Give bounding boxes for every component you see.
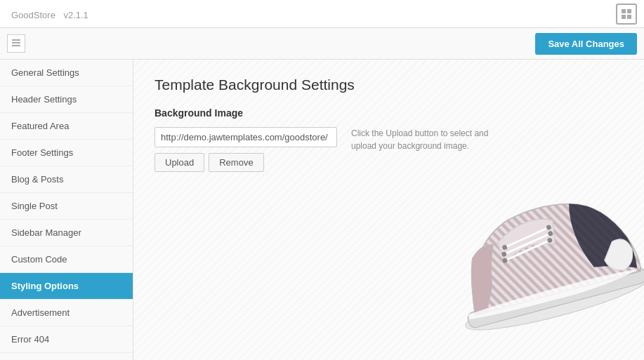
- sidebar-item-featured-area[interactable]: Featured Area: [0, 113, 133, 140]
- sidebar-item-header-settings[interactable]: Header Settings: [0, 86, 133, 113]
- bg-url-input[interactable]: [155, 127, 337, 147]
- svg-rect-1: [627, 9, 631, 13]
- sidebar-item-sidebar-manager[interactable]: Sidebar Manager: [0, 220, 133, 246]
- sidebar-item-footer-settings[interactable]: Footer Settings: [0, 140, 133, 166]
- svg-rect-2: [622, 15, 626, 19]
- page-title: Template Background Settings: [155, 76, 623, 93]
- content-area: Template Background Settings Background …: [133, 60, 644, 189]
- btn-row: Upload Remove: [155, 153, 337, 172]
- sidebar-item-custom-code[interactable]: Custom Code: [0, 246, 133, 273]
- main-layout: General Settings Header Settings Feature…: [0, 60, 644, 360]
- collapse-icon[interactable]: [7, 34, 25, 53]
- main-content: Template Background Settings Background …: [133, 60, 644, 360]
- svg-rect-3: [627, 15, 631, 19]
- header-row: Save All Changes: [0, 28, 644, 60]
- svg-rect-5: [12, 42, 20, 44]
- sidebar-item-advertisement[interactable]: Advertisement: [0, 300, 133, 326]
- sidebar-item-blog-posts[interactable]: Blog & Posts: [0, 166, 133, 193]
- svg-rect-4: [12, 39, 20, 41]
- upload-button[interactable]: Upload: [155, 153, 204, 172]
- app-title: GoodStore v2.1.1: [7, 6, 616, 22]
- bg-image-row: Upload Remove Click the Upload button to…: [155, 127, 623, 172]
- sidebar-item-error-404[interactable]: Error 404: [0, 326, 133, 353]
- app-version: v2.1.1: [63, 10, 88, 20]
- upload-hint: Click the Upload button to select and up…: [351, 127, 492, 152]
- save-all-changes-button[interactable]: Save All Changes: [535, 33, 637, 55]
- top-bar: GoodStore v2.1.1: [0, 0, 644, 28]
- sidebar: General Settings Header Settings Feature…: [0, 60, 133, 360]
- sidebar-item-general-settings[interactable]: General Settings: [0, 60, 133, 86]
- bg-image-label: Background Image: [155, 107, 623, 119]
- sidebar-item-single-post[interactable]: Single Post: [0, 193, 133, 220]
- svg-rect-6: [12, 45, 20, 46]
- bg-image-controls: Upload Remove: [155, 127, 337, 172]
- svg-rect-0: [622, 9, 626, 13]
- remove-button[interactable]: Remove: [209, 153, 263, 172]
- app-name: GoodStore: [11, 10, 55, 20]
- admin-icon[interactable]: [616, 4, 637, 25]
- sidebar-item-styling-options[interactable]: Styling Options: [0, 273, 133, 300]
